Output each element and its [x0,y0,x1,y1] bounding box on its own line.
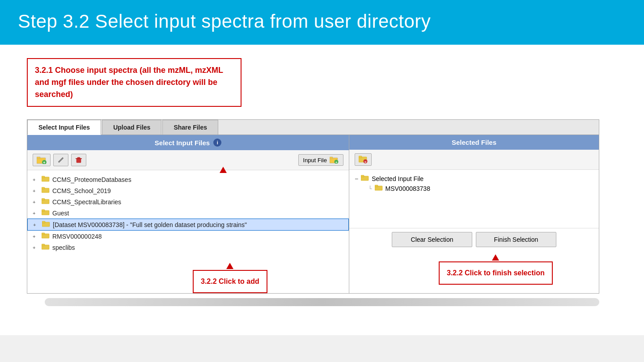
svg-rect-30 [361,175,364,177]
svg-rect-32 [375,185,378,187]
file-name-selected: [Dataset MSV000083738] - "Full set golde… [53,221,247,228]
file-name: CCMS_School_2019 [52,187,111,194]
folder-add-icon: + [330,156,339,164]
right-panel-title: Selected Files [452,139,496,146]
svg-rect-20 [42,221,45,223]
file-name: RMSV000000248 [52,233,102,240]
svg-rect-12 [42,176,45,178]
folder-icon [42,176,50,183]
folder-icon [42,232,50,240]
tree-connector: └ [368,185,372,192]
right-toolbar: × [349,150,599,170]
folder-action-icon: × [359,156,368,164]
list-item-selected[interactable]: + [Dataset MSV000083738] - "Full set gol… [27,219,349,231]
tree-child-label: MSV000083738 [386,185,430,192]
delete-button[interactable] [71,154,86,166]
folder-icon [42,187,50,194]
left-toolbar: + [27,150,349,170]
annotation-text-321: 3.2.1 Choose input spectra (all the mzML… [35,64,233,101]
arrow-finish [439,254,553,261]
callout-add-text: 3.2.2 Click to add [201,276,259,287]
tabs-row: Select Input Files Upload Files Share Fi… [27,120,599,135]
svg-rect-24 [42,244,45,246]
panels-row: Select Input Files i + [27,135,599,293]
list-item[interactable]: + CCMS_SpectralLibraries [27,196,349,207]
file-name: CCMS_SpectralLibraries [52,198,121,206]
clear-selection-button[interactable]: Clear Selection [392,232,472,247]
tab-upload-files[interactable]: Upload Files [102,120,161,135]
svg-rect-18 [42,210,45,211]
left-panel-title: Select Input Files [155,139,210,147]
left-panel-header: Select Input Files i [27,135,349,150]
svg-rect-22 [42,233,45,235]
expand-icon[interactable]: + [33,210,39,216]
list-item[interactable]: + Guest [27,207,349,219]
finish-selection-button[interactable]: Finish Selection [476,232,556,247]
tree-folder-icon [361,175,369,182]
list-item[interactable]: + speclibs [27,242,349,253]
add-folder-icon: + [37,156,47,164]
horizontal-scrollbar[interactable] [45,298,599,306]
selected-files-tree: − Selected Input File └ MSV000083738 [349,170,599,228]
expand-icon[interactable]: + [33,245,39,250]
folder-icon [42,244,50,251]
folder-icon [42,221,50,228]
svg-rect-1 [37,157,40,159]
right-panel: Selected Files × [349,135,599,293]
svg-rect-16 [42,198,45,200]
file-name: speclibs [52,244,75,251]
page-header: Step 3.2 Select input spectra from user … [0,0,644,45]
arrow-add-up [220,167,227,173]
input-file-area: Input File + [298,154,343,166]
tree-child-folder-icon [375,185,383,192]
callout-finish-box: 3.2.2 Click to finish selection [439,261,553,285]
input-file-button[interactable]: Input File + [298,154,343,166]
action-buttons-row: Clear Selection Finish Selection [349,228,599,251]
left-panel: Select Input Files i + [27,135,349,293]
svg-text:+: + [43,160,45,164]
arrow-up-indicator [226,263,233,269]
list-item[interactable]: + CCMS_School_2019 [27,185,349,196]
delete-icon [75,156,82,164]
file-list: + CCMS_ProteomeDatabases + CCMS_School_2… [27,170,349,278]
callout-add-container: 3.2.2 Click to add [193,263,267,293]
annotation-box-321: 3.2.1 Choose input spectra (all the mzML… [27,58,242,107]
arrow-up-finish-icon [492,254,499,261]
callout-finish-text: 3.2.2 Click to finish selection [447,268,545,278]
info-icon[interactable]: i [213,139,221,147]
svg-rect-6 [76,158,82,159]
expand-icon[interactable]: + [33,222,39,227]
tree-root-item: − Selected Input File [355,173,593,184]
arrow-up-icon [220,167,227,173]
callout-finish-container: 3.2.2 Click to finish selection [439,254,553,285]
expand-icon[interactable]: + [33,234,39,239]
list-item[interactable]: + RMSV000000248 [27,231,349,242]
collapse-icon[interactable]: − [355,175,358,182]
arrow-add [193,263,267,269]
file-name: CCMS_ProteomeDatabases [52,176,131,183]
page-title: Step 3.2 Select input spectra from user … [18,11,626,32]
tree-root-label: Selected Input File [372,175,424,182]
add-folder-button[interactable]: + [33,154,51,166]
edit-button[interactable] [53,154,68,166]
file-browser: Select Input Files Upload Files Share Fi… [27,119,599,294]
expand-icon[interactable]: + [33,177,39,182]
file-name: Guest [52,210,69,217]
svg-text:+: + [335,160,338,164]
input-file-label: Input File [303,157,327,164]
tab-share-files[interactable]: Share Files [162,120,218,135]
list-item[interactable]: + CCMS_ProteomeDatabases [27,174,349,185]
svg-rect-14 [42,187,45,189]
folder-icon [42,198,50,206]
callout-add-box: 3.2.2 Click to add [193,270,267,293]
svg-text:×: × [364,160,367,164]
tree-child-item: └ MSV000083738 [368,184,593,193]
folder-icon [42,209,50,217]
svg-rect-8 [330,157,333,159]
right-toolbar-btn[interactable]: × [355,153,372,166]
edit-icon [57,156,64,164]
tab-select-input[interactable]: Select Input Files [27,120,101,135]
main-content: 3.2.1 Choose input spectra (all the mzML… [0,45,644,335]
expand-icon[interactable]: + [33,188,39,194]
expand-icon[interactable]: + [33,199,39,205]
